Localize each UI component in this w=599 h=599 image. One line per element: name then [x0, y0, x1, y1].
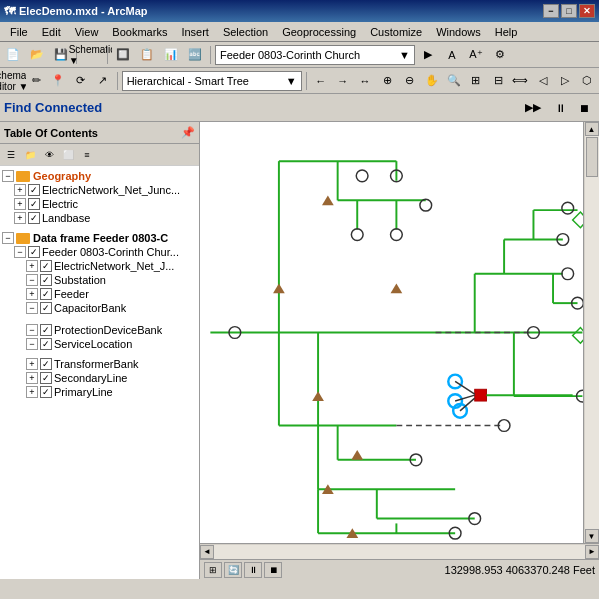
- geography-expand[interactable]: −: [2, 170, 14, 182]
- toc-protection-row[interactable]: − ProtectionDeviceBank: [0, 323, 199, 337]
- schematic-dropdown-btn[interactable]: Schematic ▼: [81, 44, 103, 66]
- feeder-go-btn[interactable]: ▶: [417, 44, 439, 66]
- toc-list-btn[interactable]: ☰: [2, 146, 20, 164]
- substation-expand[interactable]: −: [26, 274, 38, 286]
- toc-feeder-corinth-row[interactable]: − Feeder 0803-Corinth Chur...: [0, 245, 199, 259]
- toc-options-btn[interactable]: ≡: [78, 146, 96, 164]
- menu-view[interactable]: View: [69, 25, 105, 39]
- toc-electric-net-j-row[interactable]: + ElectricNetwork_Net_J...: [0, 259, 199, 273]
- dataframe-expand[interactable]: −: [2, 232, 14, 244]
- fc-btn-2[interactable]: ⏸: [549, 97, 571, 119]
- toc-pin-btn[interactable]: 📌: [181, 126, 195, 139]
- menu-customize[interactable]: Customize: [364, 25, 428, 39]
- hierarchical-dropdown[interactable]: Hierarchical - Smart Tree ▼: [122, 71, 302, 91]
- toc-electric-network-junc-row[interactable]: + ElectricNetwork_Net_Junc...: [0, 183, 199, 197]
- menu-help[interactable]: Help: [489, 25, 524, 39]
- protection-checkbox[interactable]: [40, 324, 52, 336]
- maximize-button[interactable]: □: [561, 4, 577, 18]
- scroll-up-btn[interactable]: ▲: [585, 122, 599, 136]
- nav-icon-13[interactable]: ⬡: [577, 70, 597, 92]
- service-expand[interactable]: −: [26, 338, 38, 350]
- scroll-track-h[interactable]: [214, 545, 585, 559]
- nav-icon-1[interactable]: ←: [311, 70, 331, 92]
- toc-primary-row[interactable]: + PrimaryLine: [0, 385, 199, 399]
- nav-icon-10[interactable]: ⟺: [510, 70, 530, 92]
- feeder-corinth-expand[interactable]: −: [14, 246, 26, 258]
- open-button[interactable]: 📂: [26, 44, 48, 66]
- toc-sel-btn[interactable]: ⬜: [59, 146, 77, 164]
- schematic-editor-dropdown-btn[interactable]: Schematic Editor ▼: [2, 70, 24, 92]
- primary-checkbox[interactable]: [40, 386, 52, 398]
- nav-icon-11[interactable]: ◁: [532, 70, 552, 92]
- fc-btn-1[interactable]: ▶▶: [519, 97, 547, 119]
- scroll-down-btn[interactable]: ▼: [585, 529, 599, 543]
- toolbar-icon-3[interactable]: 📊: [160, 44, 182, 66]
- capacitor-checkbox[interactable]: [40, 302, 52, 314]
- nav-icon-8[interactable]: ⊞: [466, 70, 486, 92]
- nav-icon-3[interactable]: ↔: [355, 70, 375, 92]
- electric-network-junc-expand[interactable]: +: [14, 184, 26, 196]
- toolbar-icon-7[interactable]: ⚙: [489, 44, 511, 66]
- scroll-thumb-v[interactable]: [586, 137, 598, 177]
- menu-selection[interactable]: Selection: [217, 25, 274, 39]
- nav-icon-9[interactable]: ⊟: [488, 70, 508, 92]
- toc-electric-row[interactable]: + Electric: [0, 197, 199, 211]
- minimize-button[interactable]: −: [543, 4, 559, 18]
- scroll-left-btn[interactable]: ◄: [200, 545, 214, 559]
- toolbar-icon-5[interactable]: A: [441, 44, 463, 66]
- menu-bookmarks[interactable]: Bookmarks: [106, 25, 173, 39]
- primary-expand[interactable]: +: [26, 386, 38, 398]
- toc-landbase-row[interactable]: + Landbase: [0, 211, 199, 225]
- close-button[interactable]: ✕: [579, 4, 595, 18]
- menu-windows[interactable]: Windows: [430, 25, 487, 39]
- electric-expand[interactable]: +: [14, 198, 26, 210]
- landbase-checkbox[interactable]: [28, 212, 40, 224]
- scroll-track-v[interactable]: [585, 136, 599, 529]
- secondary-expand[interactable]: +: [26, 372, 38, 384]
- toc-substation-row[interactable]: − Substation: [0, 273, 199, 287]
- status-btn-stop[interactable]: ⏹: [264, 562, 282, 578]
- toc-capacitor-row[interactable]: − CapacitorBank: [0, 301, 199, 315]
- toc-service-row[interactable]: − ServiceLocation: [0, 337, 199, 351]
- feeder-expand[interactable]: +: [26, 288, 38, 300]
- electric-network-junc-checkbox[interactable]: [28, 184, 40, 196]
- nav-icon-5[interactable]: ⊖: [399, 70, 419, 92]
- nav-icon-6[interactable]: ✋: [422, 70, 442, 92]
- dataframe-section-row[interactable]: − Data frame Feeder 0803-C: [0, 231, 199, 245]
- toolbar-icon-1[interactable]: 🔲: [112, 44, 134, 66]
- capacitor-expand[interactable]: −: [26, 302, 38, 314]
- transformer-checkbox[interactable]: [40, 358, 52, 370]
- toc-vis-btn[interactable]: 👁: [40, 146, 58, 164]
- transformer-expand[interactable]: +: [26, 358, 38, 370]
- menu-insert[interactable]: Insert: [175, 25, 215, 39]
- se-icon-1[interactable]: ✏: [26, 70, 46, 92]
- feeder-checkbox[interactable]: [40, 288, 52, 300]
- secondary-checkbox[interactable]: [40, 372, 52, 384]
- toc-transformer-row[interactable]: + TransformerBank: [0, 357, 199, 371]
- menu-file[interactable]: File: [4, 25, 34, 39]
- electric-checkbox[interactable]: [28, 198, 40, 210]
- map-area[interactable]: [200, 122, 583, 543]
- nav-icon-2[interactable]: →: [333, 70, 353, 92]
- toc-secondary-row[interactable]: + SecondaryLine: [0, 371, 199, 385]
- menu-edit[interactable]: Edit: [36, 25, 67, 39]
- substation-checkbox[interactable]: [40, 274, 52, 286]
- status-btn-2[interactable]: 🔄: [224, 562, 242, 578]
- se-icon-3[interactable]: ⟳: [70, 70, 90, 92]
- nav-icon-4[interactable]: ⊕: [377, 70, 397, 92]
- scroll-right-btn[interactable]: ►: [585, 545, 599, 559]
- new-button[interactable]: 📄: [2, 44, 24, 66]
- electric-net-j-checkbox[interactable]: [40, 260, 52, 272]
- toc-feeder-row[interactable]: + Feeder: [0, 287, 199, 301]
- nav-icon-7[interactable]: 🔍: [444, 70, 464, 92]
- nav-icon-12[interactable]: ▷: [555, 70, 575, 92]
- feeder-corinth-checkbox[interactable]: [28, 246, 40, 258]
- protection-expand[interactable]: −: [26, 324, 38, 336]
- toolbar-icon-6[interactable]: A⁺: [465, 44, 487, 66]
- menu-geoprocessing[interactable]: Geoprocessing: [276, 25, 362, 39]
- feeder-dropdown[interactable]: Feeder 0803-Corinth Church ▼: [215, 45, 415, 65]
- se-icon-2[interactable]: 📍: [48, 70, 68, 92]
- electric-net-j-expand[interactable]: +: [26, 260, 38, 272]
- se-icon-4[interactable]: ↗: [93, 70, 113, 92]
- geography-section-row[interactable]: − Geography: [0, 169, 199, 183]
